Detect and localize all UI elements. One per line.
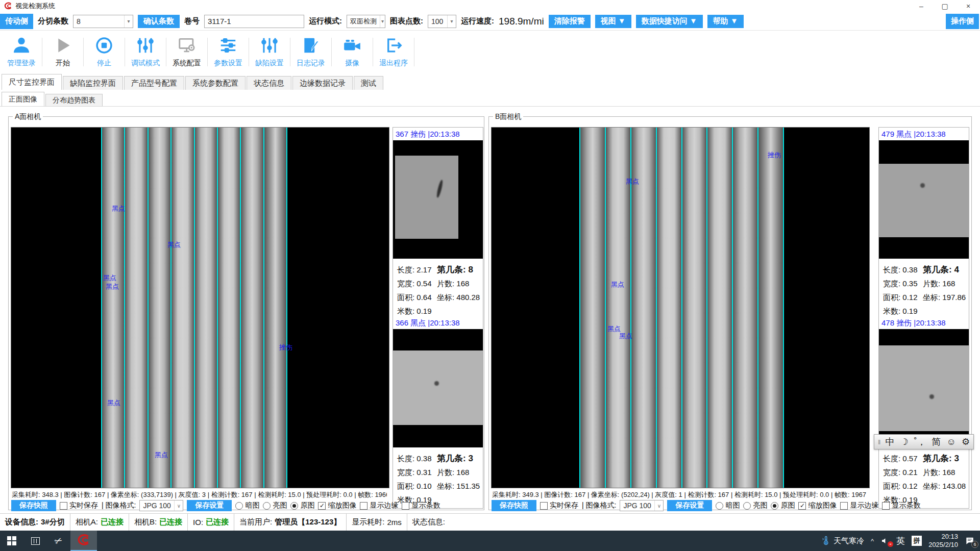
show-edge-checkbox[interactable]: 显示边缘 [360,501,398,510]
ribbon-item-label: 缺陷设置 [255,59,284,68]
volume-muted-button[interactable]: × [880,536,890,545]
tab-sub-1[interactable]: 正面图像 [2,92,44,106]
ime-settings-gear-icon[interactable]: ⚙ [962,436,970,447]
taskbar-clock[interactable]: 20:13 2025/2/10 [928,533,958,549]
realtime-save-checkbox[interactable]: 实时保存 [60,501,98,510]
steel-strip-region [579,128,784,488]
defect-stat: 第几条: 4 [923,263,966,277]
defect-annotation: 黑点 [155,450,168,460]
defect-header: 366 黑点 |20:13:38 [393,317,483,329]
defect-stats-left-column: 长度: 0.38宽度: 0.35面积: 0.12米数: 0.19 [883,263,918,318]
save-snapshot-button[interactable]: 保存快照 [492,500,536,511]
run-mode-select[interactable]: 双面检测▾ [347,15,385,28]
operator-side-button[interactable]: 操作侧 [946,14,979,29]
save-settings-button[interactable]: 保存设置 [187,500,232,511]
original-image-radio[interactable]: 原图 [290,501,314,510]
language-indicator[interactable]: 英 [896,535,905,547]
ime-tray-icon[interactable]: 拼 [912,536,922,546]
chevron-down-icon: ▾ [380,15,385,28]
confirm-count-button[interactable]: 确认条数 [138,15,180,28]
ribbon-exit-button[interactable]: 退出程序 [374,36,413,68]
zoom-image-checkbox[interactable]: ✓缩放图像 [798,501,837,510]
ribbon-user-button[interactable]: 管理登录 [2,36,41,68]
data-quick-access-menu-button[interactable]: 数据快捷访问 ▼ [636,15,703,28]
help-menu-button[interactable]: 帮助 ▼ [707,15,744,28]
start-button[interactable] [0,531,23,551]
ribbon-play-button[interactable]: 开始 [43,36,82,68]
tab-main-1[interactable]: 尺寸监控界面 [2,74,62,90]
tab-main-3[interactable]: 产品型号配置 [124,76,184,90]
running-app-button[interactable] [70,531,97,551]
zoom-image-checkbox[interactable]: ✓缩放图像 [318,501,356,510]
task-view-button[interactable] [23,531,47,551]
realtime-save-checkbox[interactable]: 实时保存 [540,501,578,510]
tab-main-5[interactable]: 状态信息 [247,76,291,90]
defect-stat: 米数: 0.19 [397,304,432,318]
tray-expand-icon[interactable]: ^ [871,537,874,545]
bright-image-radio[interactable]: 亮图 [743,501,767,510]
status-info-label: 状态信息: [412,517,445,527]
ime-chinese-mode-button[interactable]: 中 [885,436,894,448]
camera-b-panel: B面相机 挫伤黑点黑点黑点黑点 479 黑点 |20:13:38长度: 0.38… [488,116,972,510]
ribbon-stop-button[interactable]: 停止 [85,36,124,68]
snipping-tool-button[interactable]: ✂ [47,531,70,551]
ribbon-log-button[interactable]: 日志记录 [291,36,330,68]
slit-count-label: 分切条数 [38,16,68,26]
divider [42,38,42,66]
tab-main-2[interactable]: 缺陷监控界面 [63,76,123,90]
ime-toolbar[interactable]: ‖ 中 ☽ ˚， 简 ☺ ⚙ [874,434,974,449]
defect-stats-right-column: 第几条: 8片数: 168坐标: 480.28 [437,263,480,304]
show-count-checkbox[interactable]: 显示条数 [402,501,440,510]
weather-text: 天气寒冷 [834,536,864,546]
image-format-select[interactable]: JPG 100∨ [139,500,183,511]
chart-points-select[interactable]: 100▾ [428,15,456,28]
maximize-button[interactable]: ▢ [933,0,957,12]
dark-image-radio[interactable]: 暗图 [235,501,259,510]
tab-main-4[interactable]: 系统参数配置 [185,76,246,90]
minimize-button[interactable]: – [910,0,933,12]
divider [207,38,208,66]
slit-count-select[interactable]: 8▾ [73,15,133,28]
camera-a-title: A面相机 [13,112,43,121]
ribbon-sliders-vertical-button[interactable]: 调试模式 [126,36,165,68]
dark-image-radio[interactable]: 暗图 [716,501,740,510]
divider [166,38,166,66]
clear-alarm-button[interactable]: 清除报警 [549,15,591,28]
drag-handle-icon[interactable]: ‖ [878,438,879,446]
defect-card: 478 挫伤 |20:13:38长度: 0.57宽度: 0.21面积: 0.12… [879,317,969,508]
defect-stat: 宽度: 0.35 [883,277,918,290]
ime-emoji-icon[interactable]: ☺ [947,437,956,447]
ribbon-monitor-gear-button[interactable]: 系统配置 [167,36,206,68]
ime-simplified-button[interactable]: 简 [932,436,941,448]
tab-sub-2[interactable]: 分布趋势图表 [45,94,103,106]
save-snapshot-button[interactable]: 保存快照 [11,500,56,511]
image-format-select[interactable]: JPG 100∨ [620,500,664,511]
view-menu-button[interactable]: 视图 ▼ [595,15,631,28]
original-image-radio[interactable]: 原图 [771,501,795,510]
scissors-icon: ✂ [53,534,65,547]
roll-number-input[interactable] [204,15,304,28]
tab-main-6[interactable]: 边缘数据记录 [292,76,353,90]
defect-thumbnail-surface [395,156,459,238]
ribbon-sliders-vertical-button[interactable]: 缺陷设置 [250,36,289,68]
notification-center-button[interactable]: 6 [965,536,975,546]
camera-b-image: 挫伤黑点黑点黑点黑点 [491,127,870,488]
defect-mark [434,381,439,386]
show-edge-checkbox[interactable]: 显示边缘 [840,501,878,510]
ribbon-sliders-horizontal-button[interactable]: 参数设置 [209,36,248,68]
clock-date: 2025/2/10 [928,541,958,549]
divider [125,38,125,66]
strip-segment [706,128,732,488]
ime-punctuation-button[interactable]: ˚， [914,436,926,448]
tab-main-7[interactable]: 测试 [354,76,383,90]
ribbon-camera-button[interactable]: 摄像 [333,36,372,68]
save-settings-button[interactable]: 保存设置 [667,500,712,511]
drive-side-button[interactable]: 传动侧 [0,14,33,29]
defect-card: 479 黑点 |20:13:38长度: 0.38宽度: 0.35面积: 0.12… [879,129,969,319]
weather-tray-item[interactable]: 天气寒冷 [821,536,864,546]
close-button[interactable]: × [957,0,980,12]
bright-image-radio[interactable]: 亮图 [263,501,287,510]
ime-fullhalf-moon-icon[interactable]: ☽ [900,436,908,447]
mute-badge-icon: × [888,541,893,547]
show-count-checkbox[interactable]: 显示条数 [882,501,920,510]
